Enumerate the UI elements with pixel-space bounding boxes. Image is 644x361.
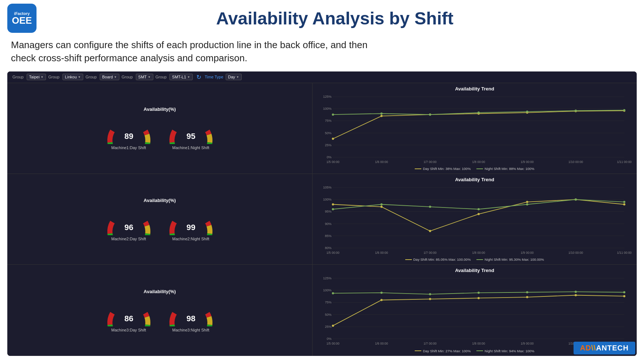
svg-text:100%: 100% — [323, 289, 331, 292]
svg-text:125%: 125% — [323, 276, 331, 280]
svg-point-67 — [526, 203, 528, 206]
svg-text:1/8 00:00: 1/8 00:00 — [472, 342, 485, 345]
gauge-item-1-2: 95 Machine1:Night Shift — [167, 114, 215, 150]
day-legend-1: Day Shift Min: 38% Max: 100% — [415, 167, 471, 171]
legend-row-1: Day Shift Min: 38% Max: 100%Night Shift … — [318, 167, 632, 171]
trend-panel-1: Availability Trend 125%100%75%50%25%0% 1… — [313, 83, 637, 174]
svg-point-66 — [478, 208, 480, 210]
day-legend-text-3: Day Shift Min: 27% Max: 100% — [423, 349, 471, 353]
svg-text:86: 86 — [124, 314, 133, 323]
svg-point-99 — [380, 292, 383, 294]
time-type-dropdown[interactable]: Day ▼ — [226, 74, 242, 80]
day-legend-dot-2 — [405, 259, 412, 260]
toolbar: Group Taipei ▼ Group Linkou ▼ Group Boar… — [7, 71, 637, 83]
trend-title-1: Availability Trend — [318, 86, 632, 92]
svg-point-92 — [380, 299, 383, 301]
gauge-title-1: Availability(%) — [143, 106, 176, 112]
gauges-row-2: 96 Machine2:Day Shift 99 Machine2:Night … — [105, 205, 215, 241]
svg-text:50%: 50% — [325, 313, 331, 317]
page-title: Availability Analysis by Shift — [37, 8, 633, 28]
svg-text:100%: 100% — [323, 198, 331, 201]
svg-point-96 — [575, 294, 577, 296]
svg-text:1/7 00:00: 1/7 00:00 — [423, 342, 437, 345]
logo-bottom-text: OEE — [12, 16, 32, 25]
grid-row-3: Availability(%) 86 Machine3:Day Shift 98… — [7, 265, 637, 356]
group-label-2: Group — [48, 75, 60, 79]
smt-dropdown[interactable]: SMT ▼ — [136, 74, 153, 80]
night-legend-dot-2 — [476, 259, 483, 260]
svg-text:1/5 00:00: 1/5 00:00 — [326, 160, 340, 164]
linkou-dropdown[interactable]: Linkou ▼ — [62, 74, 83, 80]
svg-point-30 — [429, 113, 431, 116]
gauge-panel-1: Availability(%) 89 Machine1:Day Shift 95… — [7, 83, 313, 174]
night-legend-3: Night Shift Min: 94% Max: 100% — [476, 349, 534, 353]
svg-point-34 — [623, 109, 625, 111]
advantech-logo: AD\\ANTECH — [574, 342, 635, 354]
gauge-label-3-1: Machine3:Day Shift — [111, 328, 146, 332]
svg-point-29 — [380, 112, 383, 114]
taipei-dropdown[interactable]: Taipei ▼ — [27, 74, 46, 80]
day-legend-dot-3 — [415, 350, 421, 351]
svg-text:1/9 00:00: 1/9 00:00 — [521, 160, 534, 164]
night-legend-1: Night Shift Min: 88% Max: 100% — [476, 167, 534, 171]
svg-text:1/7 00:00: 1/7 00:00 — [423, 251, 437, 255]
svg-point-59 — [478, 213, 480, 215]
svg-text:96: 96 — [124, 223, 133, 232]
svg-text:1/11 00:00: 1/11 00:00 — [617, 251, 632, 255]
svg-point-64 — [380, 203, 383, 206]
chart-area-1: 125%100%75%50%25%0% 1/5 00:001/6 00:001/… — [318, 93, 632, 166]
night-legend-2: Night Shift Min: 95.30% Max: 100.00% — [476, 257, 544, 261]
subtitle: Managers can configure the shifts of eac… — [0, 35, 644, 71]
svg-text:1/10 00:00: 1/10 00:00 — [568, 160, 583, 164]
svg-text:1/7 00:00: 1/7 00:00 — [423, 160, 437, 164]
gauge-label-2-2: Machine2:Night Shift — [172, 237, 210, 241]
refresh-icon[interactable]: ↻ — [196, 74, 201, 81]
svg-text:95%: 95% — [325, 210, 331, 214]
gauge-label-1-2: Machine1:Night Shift — [172, 145, 210, 150]
svg-point-68 — [575, 198, 577, 201]
svg-text:1/9 00:00: 1/9 00:00 — [521, 251, 534, 255]
day-legend-dot-1 — [415, 168, 421, 169]
svg-point-65 — [429, 206, 431, 208]
svg-point-28 — [332, 113, 334, 116]
trend-panel-2: Availability Trend 105%100%95%90%85%80% … — [313, 174, 637, 264]
trend-title-3: Availability Trend — [318, 268, 632, 273]
svg-text:100%: 100% — [323, 107, 331, 110]
svg-text:75%: 75% — [325, 119, 331, 123]
svg-text:1/8 00:00: 1/8 00:00 — [472, 251, 485, 255]
gauge-panel-2: Availability(%) 96 Machine2:Day Shift 99… — [7, 174, 313, 264]
svg-point-62 — [623, 203, 625, 206]
svg-point-97 — [623, 295, 625, 298]
group-label-5: Group — [156, 75, 167, 79]
night-legend-text-3: Night Shift Min: 94% Max: 100% — [484, 349, 534, 353]
svg-point-60 — [526, 201, 528, 203]
day-legend-text-1: Day Shift Min: 38% Max: 100% — [423, 167, 471, 171]
svg-text:85%: 85% — [325, 234, 331, 238]
svg-text:105%: 105% — [323, 186, 331, 189]
svg-text:25%: 25% — [325, 325, 331, 329]
svg-text:90%: 90% — [325, 222, 331, 226]
svg-text:1/6 00:00: 1/6 00:00 — [375, 251, 388, 255]
svg-point-103 — [575, 291, 577, 293]
svg-text:1/9 00:00: 1/9 00:00 — [521, 342, 534, 345]
night-legend-text-1: Night Shift Min: 88% Max: 100% — [484, 167, 534, 171]
group-label-4: Group — [122, 75, 133, 79]
gauge-title-2: Availability(%) — [143, 198, 176, 203]
svg-point-104 — [623, 291, 625, 294]
chart-area-2: 105%100%95%90%85%80% 1/5 00:001/6 00:001… — [318, 184, 632, 257]
svg-point-63 — [332, 208, 334, 210]
night-legend-dot-3 — [476, 350, 483, 351]
svg-text:99: 99 — [186, 223, 195, 232]
board-dropdown[interactable]: Board ▼ — [100, 74, 119, 80]
svg-text:80%: 80% — [325, 246, 331, 250]
svg-point-22 — [380, 115, 383, 117]
logo: iFactory OEE — [7, 4, 37, 33]
svg-text:75%: 75% — [325, 301, 331, 304]
svg-text:1/5 00:00: 1/5 00:00 — [326, 251, 340, 255]
grid-row-2: Availability(%) 96 Machine2:Day Shift 99… — [7, 174, 637, 265]
gauge-item-2-2: 99 Machine2:Night Shift — [167, 205, 215, 241]
smtl1-dropdown[interactable]: SMT-L1 ▼ — [169, 74, 192, 80]
svg-text:1/6 00:00: 1/6 00:00 — [375, 160, 388, 164]
svg-text:1/6 00:00: 1/6 00:00 — [375, 342, 388, 345]
header: iFactory OEE Availability Analysis by Sh… — [0, 0, 644, 35]
